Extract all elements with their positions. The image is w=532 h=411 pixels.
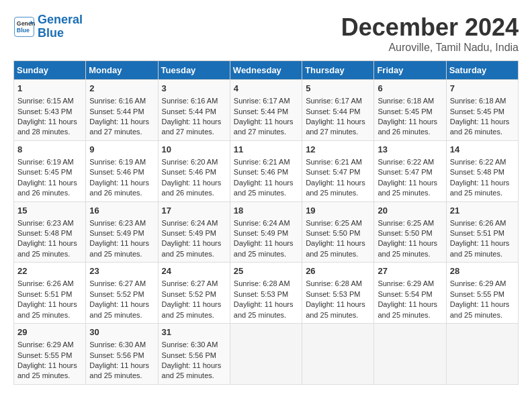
- day-info: Sunrise: 6:30 AM: [89, 340, 154, 350]
- calendar-cell: 17Sunrise: 6:24 AMSunset: 5:49 PMDayligh…: [158, 201, 230, 263]
- day-info: and 26 minutes.: [162, 188, 226, 198]
- day-info: and 25 minutes.: [378, 188, 442, 198]
- calendar-cell: 23Sunrise: 6:27 AMSunset: 5:52 PMDayligh…: [86, 263, 158, 324]
- calendar-cell: 31Sunrise: 6:30 AMSunset: 5:56 PMDayligh…: [158, 324, 230, 385]
- svg-text:General: General: [17, 20, 35, 27]
- day-info: Sunset: 5:48 PM: [450, 167, 515, 177]
- day-info: Daylight: 11 hours: [17, 361, 82, 371]
- day-info: Daylight: 11 hours: [306, 238, 370, 248]
- day-info: Sunrise: 6:22 AM: [378, 157, 442, 167]
- day-info: Sunrise: 6:16 AM: [89, 96, 154, 106]
- calendar-cell: 7Sunrise: 6:18 AMSunset: 5:45 PMDaylight…: [446, 80, 518, 141]
- calendar-cell: [446, 324, 518, 385]
- calendar-cell: 29Sunrise: 6:29 AMSunset: 5:55 PMDayligh…: [14, 324, 86, 385]
- day-info: Sunset: 5:47 PM: [306, 167, 370, 177]
- logo: General Blue GeneralBlue: [13, 13, 83, 40]
- day-info: Sunset: 5:47 PM: [378, 167, 442, 177]
- day-info: Daylight: 11 hours: [306, 300, 370, 310]
- calendar-week-3: 15Sunrise: 6:23 AMSunset: 5:48 PMDayligh…: [14, 201, 519, 263]
- day-info: and 25 minutes.: [89, 249, 154, 259]
- calendar-cell: 3Sunrise: 6:16 AMSunset: 5:44 PMDaylight…: [158, 80, 230, 141]
- day-number: 9: [89, 144, 154, 156]
- day-info: and 27 minutes.: [306, 127, 370, 137]
- day-info: and 25 minutes.: [234, 249, 298, 259]
- day-number: 3: [162, 83, 226, 95]
- calendar-header-thursday: Thursday: [302, 61, 374, 80]
- day-info: Sunrise: 6:20 AM: [162, 157, 226, 167]
- day-info: Daylight: 11 hours: [234, 300, 298, 310]
- day-info: Sunrise: 6:28 AM: [306, 279, 370, 289]
- day-number: 1: [17, 83, 82, 95]
- calendar-cell: 20Sunrise: 6:25 AMSunset: 5:50 PMDayligh…: [374, 201, 446, 263]
- day-info: and 25 minutes.: [17, 249, 82, 259]
- day-info: Daylight: 11 hours: [162, 117, 226, 127]
- day-number: 6: [378, 83, 442, 95]
- location-subtitle: Auroville, Tamil Nadu, India: [341, 42, 519, 54]
- day-info: Sunrise: 6:29 AM: [378, 279, 442, 289]
- day-number: 13: [378, 144, 442, 156]
- calendar-table: SundayMondayTuesdayWednesdayThursdayFrid…: [13, 60, 519, 385]
- calendar-header-sunday: Sunday: [14, 61, 86, 80]
- day-info: Daylight: 11 hours: [89, 300, 154, 310]
- calendar-week-2: 8Sunrise: 6:19 AMSunset: 5:45 PMDaylight…: [14, 140, 519, 201]
- day-info: and 27 minutes.: [162, 127, 226, 137]
- day-info: Sunrise: 6:24 AM: [234, 218, 298, 228]
- day-info: Sunrise: 6:26 AM: [450, 218, 515, 228]
- calendar-header-tuesday: Tuesday: [158, 61, 230, 80]
- day-number: 15: [17, 205, 82, 217]
- title-block: December 2024 Auroville, Tamil Nadu, Ind…: [341, 13, 519, 54]
- header: General Blue GeneralBlue December 2024 A…: [13, 13, 519, 54]
- day-info: and 25 minutes.: [306, 310, 370, 320]
- day-info: Sunset: 5:44 PM: [234, 107, 298, 117]
- calendar-cell: 26Sunrise: 6:28 AMSunset: 5:53 PMDayligh…: [302, 263, 374, 324]
- day-info: Sunset: 5:55 PM: [450, 289, 515, 300]
- day-info: Daylight: 11 hours: [89, 361, 154, 371]
- day-info: Sunset: 5:52 PM: [162, 289, 226, 300]
- day-info: and 25 minutes.: [17, 371, 82, 381]
- day-info: Sunrise: 6:28 AM: [234, 279, 298, 289]
- day-info: and 25 minutes.: [162, 310, 226, 320]
- calendar-cell: 21Sunrise: 6:26 AMSunset: 5:51 PMDayligh…: [446, 201, 518, 263]
- day-info: and 25 minutes.: [162, 371, 226, 381]
- day-info: Sunrise: 6:24 AM: [162, 218, 226, 228]
- calendar-cell: 22Sunrise: 6:26 AMSunset: 5:51 PMDayligh…: [14, 263, 86, 324]
- logo-text: GeneralBlue: [38, 13, 83, 40]
- calendar-cell: 15Sunrise: 6:23 AMSunset: 5:48 PMDayligh…: [14, 201, 86, 263]
- day-info: and 25 minutes.: [89, 371, 154, 381]
- calendar-cell: [302, 324, 374, 385]
- calendar-header-saturday: Saturday: [446, 61, 518, 80]
- day-info: Daylight: 11 hours: [378, 238, 442, 248]
- day-info: and 26 minutes.: [89, 188, 154, 198]
- day-info: Sunset: 5:48 PM: [17, 228, 82, 238]
- day-info: Sunset: 5:51 PM: [17, 289, 82, 300]
- calendar-week-1: 1Sunrise: 6:15 AMSunset: 5:43 PMDaylight…: [14, 80, 519, 141]
- day-info: and 26 minutes.: [378, 127, 442, 137]
- day-info: and 26 minutes.: [450, 127, 515, 137]
- day-info: Sunrise: 6:15 AM: [17, 96, 82, 106]
- day-number: 24: [162, 265, 226, 277]
- calendar-cell: 6Sunrise: 6:18 AMSunset: 5:45 PMDaylight…: [374, 80, 446, 141]
- calendar-cell: 16Sunrise: 6:23 AMSunset: 5:49 PMDayligh…: [86, 201, 158, 263]
- day-number: 7: [450, 83, 515, 95]
- day-info: Sunset: 5:53 PM: [234, 289, 298, 300]
- day-info: Daylight: 11 hours: [162, 178, 226, 188]
- calendar-week-4: 22Sunrise: 6:26 AMSunset: 5:51 PMDayligh…: [14, 263, 519, 324]
- day-number: 30: [89, 326, 154, 338]
- month-title: December 2024: [341, 13, 519, 42]
- day-info: and 25 minutes.: [306, 188, 370, 198]
- day-info: Sunset: 5:43 PM: [17, 107, 82, 117]
- day-info: and 25 minutes.: [378, 249, 442, 259]
- day-info: Sunrise: 6:27 AM: [162, 279, 226, 289]
- day-info: Sunrise: 6:29 AM: [450, 279, 515, 289]
- day-info: Daylight: 11 hours: [162, 361, 226, 371]
- day-number: 4: [234, 83, 298, 95]
- calendar-cell: 19Sunrise: 6:25 AMSunset: 5:50 PMDayligh…: [302, 201, 374, 263]
- day-info: Daylight: 11 hours: [17, 178, 82, 188]
- day-info: and 25 minutes.: [162, 249, 226, 259]
- day-info: Sunset: 5:46 PM: [162, 167, 226, 177]
- day-info: Sunset: 5:44 PM: [306, 107, 370, 117]
- calendar-cell: [230, 324, 302, 385]
- day-number: 14: [450, 144, 515, 156]
- day-info: Sunrise: 6:19 AM: [17, 157, 82, 167]
- calendar-week-5: 29Sunrise: 6:29 AMSunset: 5:55 PMDayligh…: [14, 324, 519, 385]
